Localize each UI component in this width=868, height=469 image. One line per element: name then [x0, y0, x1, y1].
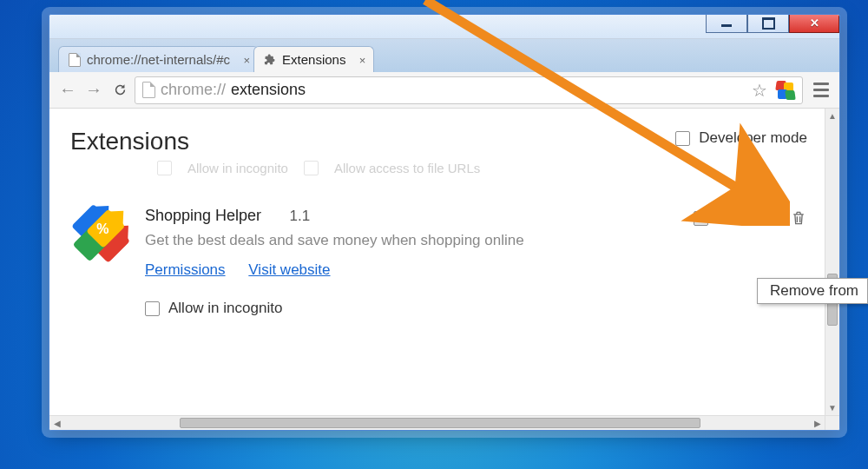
- tab-close-button[interactable]: ×: [359, 54, 366, 67]
- trash-icon[interactable]: [790, 208, 807, 228]
- developer-mode-toggle[interactable]: Developer mode: [675, 129, 807, 147]
- enabled-checkbox[interactable]: [694, 211, 708, 226]
- url-scheme: chrome://: [161, 81, 226, 99]
- vertical-scrollbar[interactable]: ▲▼: [825, 109, 839, 415]
- enabled-label: Enabled: [720, 209, 778, 227]
- extension-version: 1.1: [290, 208, 311, 224]
- tab-title: chrome://net-internals/#c: [87, 52, 230, 67]
- chrome-menu-button[interactable]: [810, 79, 832, 102]
- scroll-corner: [825, 415, 839, 430]
- developer-mode-label: Developer mode: [699, 129, 807, 147]
- address-bar[interactable]: chrome://extensions ☆: [135, 76, 803, 104]
- page-icon: [142, 82, 155, 98]
- allow-incognito-label: Allow in incognito: [168, 300, 282, 317]
- reload-button[interactable]: [108, 79, 131, 102]
- back-button[interactable]: ←: [56, 79, 79, 102]
- forward-button[interactable]: →: [82, 79, 105, 102]
- puzzle-icon: [263, 53, 276, 66]
- browser-window: chrome://net-internals/#c × Extensions ×…: [49, 14, 840, 431]
- toolbar: ← → chrome://extensions ☆: [49, 72, 839, 109]
- allow-incognito-toggle[interactable]: Allow in incognito: [145, 300, 676, 317]
- tab-strip: chrome://net-internals/#c × Extensions ×: [49, 39, 839, 72]
- developer-mode-checkbox[interactable]: [675, 131, 690, 146]
- scroll-thumb[interactable]: [180, 418, 700, 428]
- extension-name: Shopping Helper: [145, 207, 261, 224]
- horizontal-scrollbar[interactable]: ◀▶: [49, 415, 839, 430]
- tab-close-button[interactable]: ×: [243, 54, 250, 67]
- window-close-button[interactable]: [789, 14, 839, 33]
- shopping-helper-extension-icon[interactable]: [776, 81, 795, 100]
- bookmark-star-icon[interactable]: ☆: [752, 80, 767, 101]
- window-minimize-button[interactable]: [706, 14, 747, 33]
- extension-logo: %: [66, 202, 132, 268]
- allow-incognito-checkbox[interactable]: [145, 301, 160, 316]
- visit-website-link[interactable]: Visit website: [248, 261, 330, 278]
- page-viewport: Extensions Developer mode Allow in incog…: [49, 109, 839, 430]
- previous-extension-options: Allow in incognito Allow access to file …: [157, 161, 807, 175]
- window-maximize-button[interactable]: [747, 14, 789, 33]
- url-path: extensions: [231, 81, 306, 99]
- document-icon: [68, 53, 81, 66]
- tab-extensions[interactable]: Extensions ×: [253, 46, 374, 72]
- window-titlebar: [49, 15, 839, 39]
- extension-description: Get the best deals and save money when s…: [145, 232, 676, 249]
- extension-item: % Shopping Helper 1.1 Get the best deals…: [70, 207, 807, 317]
- tab-net-internals[interactable]: chrome://net-internals/#c ×: [58, 46, 259, 72]
- permissions-link[interactable]: Permissions: [145, 261, 226, 278]
- remove-tooltip: Remove from: [757, 278, 868, 304]
- tab-title: Extensions: [282, 52, 345, 67]
